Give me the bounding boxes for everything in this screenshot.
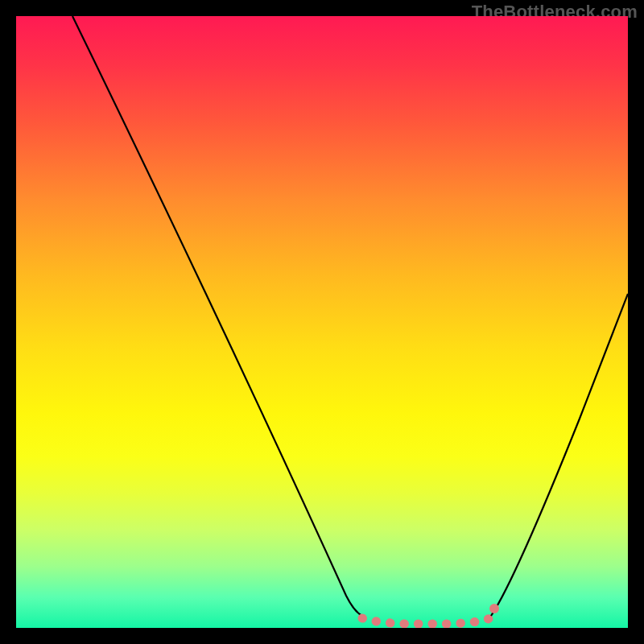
chart-frame: TheBottleneck.com: [0, 0, 644, 644]
valley-beads: [362, 618, 491, 624]
right-ascent-curve: [491, 294, 628, 616]
plot-area: [16, 16, 628, 628]
series-end-dot: [489, 604, 499, 613]
left-descent-curve: [72, 16, 362, 616]
curve-svg: [16, 16, 628, 628]
